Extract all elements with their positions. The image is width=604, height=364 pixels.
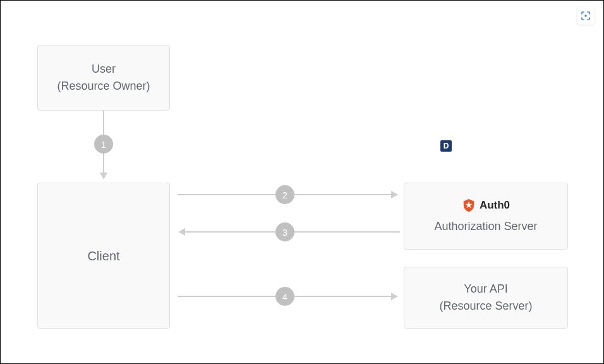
node-user: User (Resource Owner) <box>37 45 170 111</box>
arrow-4-head <box>391 293 398 300</box>
step-3: 3 <box>275 222 294 241</box>
node-user-title: User <box>92 61 116 78</box>
node-api: Your API (Resource Server) <box>404 267 568 329</box>
auth0-brand: Auth0 <box>462 197 510 214</box>
arrow-1-head <box>100 173 107 179</box>
arrow-2-head <box>391 191 398 198</box>
d-badge-icon: D <box>440 140 452 152</box>
step-4: 4 <box>275 287 294 306</box>
svg-point-0 <box>584 15 586 16</box>
step-1: 1 <box>94 135 113 154</box>
node-api-title: Your API <box>464 281 507 298</box>
step-2: 2 <box>275 185 294 204</box>
focus-scan-button[interactable] <box>577 7 595 25</box>
auth0-logo-icon <box>462 198 476 212</box>
node-authserver: Auth0 Authorization Server <box>404 183 568 250</box>
focus-scan-icon <box>580 10 591 21</box>
auth0-brand-text: Auth0 <box>480 197 510 214</box>
node-api-subtitle: (Resource Server) <box>439 298 532 315</box>
node-client-label: Client <box>87 246 119 265</box>
arrow-3-head <box>178 228 185 236</box>
node-authserver-label: Authorization Server <box>434 218 537 235</box>
node-user-subtitle: (Resource Owner) <box>57 78 150 95</box>
node-client: Client <box>37 183 170 329</box>
oauth-flow-diagram: User (Resource Owner) Client Auth0 Autho… <box>1 1 603 363</box>
